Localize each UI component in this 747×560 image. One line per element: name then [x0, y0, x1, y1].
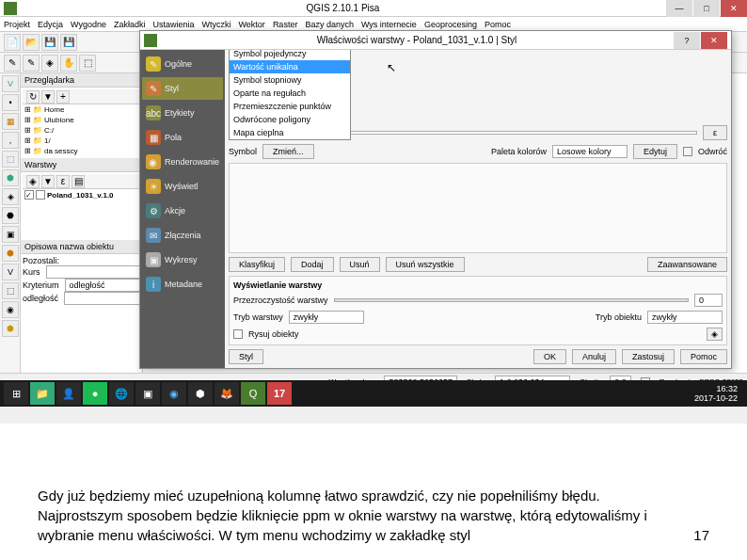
menu-wys internecie[interactable]: Wys internecie	[361, 20, 417, 29]
point-icon[interactable]: •	[2, 94, 19, 111]
sidebar-item-renderowanie[interactable]: ◉Renderowanie	[142, 151, 223, 173]
sidebar-item-styl[interactable]: ✎Styl	[142, 77, 223, 100]
raster-icon[interactable]: ▦	[2, 113, 19, 130]
browser-item[interactable]: ⊞ 📁 Home	[23, 104, 140, 115]
dropdown-item[interactable]: Odwrócone poligony	[230, 113, 350, 126]
kryterium-select[interactable]: odległość	[65, 279, 140, 292]
filter2-icon[interactable]: ▼	[41, 175, 55, 188]
csv-icon[interactable]: ,	[2, 132, 19, 149]
expr-icon[interactable]: ε	[56, 175, 70, 188]
dropdown-item[interactable]: Mapa cieplna	[230, 126, 350, 139]
rysuj-btn[interactable]: ◈	[707, 328, 723, 341]
menu-wtyczki[interactable]: Wtyczki	[202, 20, 231, 29]
browser-item[interactable]: ⊞ 📁 C:/	[23, 125, 140, 136]
style-icon[interactable]: ◈	[26, 175, 40, 188]
zaawansowane-button[interactable]: Zaawansowane	[647, 257, 727, 272]
zastosuj-button[interactable]: Zastosuj	[622, 349, 675, 364]
filter-icon[interactable]: ▼	[41, 90, 55, 104]
menu-ustawienia[interactable]: Ustawienia	[153, 20, 195, 29]
task-17-icon[interactable]: 17	[267, 382, 292, 405]
ora-icon[interactable]: ⬢	[2, 245, 19, 262]
browser-item[interactable]: ⊞ 📁 Ulubione	[23, 115, 140, 125]
task-app2-icon[interactable]: ▣	[135, 382, 160, 405]
task-firefox-icon[interactable]: 🦊	[215, 382, 239, 405]
task-app3-icon[interactable]: ◉	[162, 382, 186, 405]
transparency-slider[interactable]	[334, 298, 689, 302]
expand-icon[interactable]: ▤	[72, 175, 85, 188]
task-spotify-icon[interactable]: ●	[83, 382, 107, 405]
sidebar-item-wyświetl[interactable]: ☀Wyświetl	[142, 175, 223, 198]
menu-edycja[interactable]: Edycja	[38, 20, 63, 29]
rysuj-checkbox[interactable]	[233, 329, 243, 339]
pan-icon[interactable]: ✋	[60, 55, 77, 72]
close-button[interactable]: ✕	[721, 0, 747, 17]
tool-icon[interactable]: ⬚	[79, 55, 96, 72]
menu-zakładki[interactable]: Zakładki	[114, 20, 146, 29]
menu-wektor[interactable]: Wektor	[239, 20, 265, 29]
dialog-help-button[interactable]: ?	[674, 32, 700, 49]
task-app4-icon[interactable]: ⬢	[188, 382, 213, 405]
dialog-close-button[interactable]: ✕	[701, 32, 727, 49]
odleglosc-input[interactable]	[64, 292, 139, 305]
sidebar-item-ogólne[interactable]: ✎Ogólne	[142, 53, 223, 75]
tryb-obiektu-select[interactable]: zwykły	[647, 311, 723, 324]
pomoc-button[interactable]: Pomoc	[680, 349, 727, 364]
edit2-icon[interactable]: ✎	[23, 55, 40, 72]
system-clock[interactable]: 16:32 2017-10-22	[694, 384, 743, 403]
open-icon[interactable]: 📂	[23, 34, 40, 51]
menu-pomoc[interactable]: Pomoc	[485, 20, 511, 29]
sidebar-item-metadane[interactable]: iMetadane	[142, 273, 223, 296]
method-icon[interactable]: ⬚	[2, 282, 19, 299]
dropdown-item[interactable]: Symbol stopniowy	[230, 73, 350, 87]
tryb-select[interactable]: zwykły	[289, 311, 364, 324]
dodaj-button[interactable]: Dodaj	[291, 257, 334, 272]
task-explorer-icon[interactable]: 📁	[30, 382, 55, 405]
grass-icon[interactable]: ⬢	[2, 320, 19, 337]
refresh-icon[interactable]: ↻	[26, 90, 40, 104]
menu-wygodne[interactable]: Wygodne	[71, 20, 106, 29]
menu-bazy danych[interactable]: Bazy danych	[305, 20, 354, 29]
usun-button[interactable]: Usuń	[340, 257, 380, 272]
add-icon[interactable]: +	[56, 90, 70, 104]
sidebar-item-wykresy[interactable]: ▣Wykresy	[142, 248, 223, 271]
save-icon[interactable]: 💾	[41, 34, 58, 51]
odwroc-checkbox[interactable]	[683, 147, 692, 156]
minimize-button[interactable]: —	[666, 0, 692, 17]
klasyfikuj-button[interactable]: Klasyfikuj	[229, 257, 285, 272]
usun-wszystkie-button[interactable]: Usuń wszystkie	[386, 257, 465, 272]
anuluj-button[interactable]: Anuluj	[572, 349, 616, 364]
wms-icon[interactable]: ⬚	[2, 151, 19, 168]
paleta-select[interactable]: Losowe kolory	[552, 145, 628, 158]
expr-button[interactable]: ε	[703, 125, 727, 140]
task-chrome-icon[interactable]: 🌐	[109, 382, 134, 405]
spatial-icon[interactable]: ⬣	[2, 207, 19, 224]
classes-list[interactable]	[229, 163, 727, 253]
sidebar-item-akcje[interactable]: ⚙Akcje	[142, 200, 223, 222]
db-icon[interactable]: ⬢	[2, 169, 19, 186]
browser-item[interactable]: ⊞ 📁 da sesscy	[23, 146, 140, 156]
virtual-icon[interactable]: V	[2, 264, 19, 280]
maximize-button[interactable]: □	[693, 0, 720, 17]
task-qgis-icon[interactable]: Q	[241, 382, 265, 405]
sidebar-item-etykiety[interactable]: abcEtykiety	[142, 102, 223, 124]
saveas-icon[interactable]: 💾	[60, 34, 77, 51]
menu-raster[interactable]: Raster	[273, 20, 298, 29]
zmien-button[interactable]: Zmień...	[262, 144, 314, 159]
edit-palette-button[interactable]: Edytuj	[633, 144, 677, 159]
vector-icon[interactable]: V	[2, 75, 19, 92]
menu-geoprocesing[interactable]: Geoprocesing	[424, 20, 477, 29]
new-icon[interactable]: 📄	[4, 34, 21, 51]
browser-item[interactable]: ⊞ 📁 1/	[23, 136, 140, 146]
dropdown-item[interactable]: Symbol pojedynczy	[230, 50, 350, 60]
ok-button[interactable]: OK	[533, 349, 566, 364]
task-app1-icon[interactable]: 👤	[56, 382, 81, 405]
styl-button[interactable]: Styl	[229, 349, 263, 364]
dropdown-item[interactable]: Wartość unikalna	[230, 60, 350, 73]
layer-item[interactable]: Poland_1031_v.1.0	[23, 189, 140, 200]
start-button[interactable]: ⊞	[4, 382, 28, 405]
sidebar-item-pola[interactable]: ▦Pola	[142, 126, 223, 149]
node-icon[interactable]: ◈	[41, 55, 58, 72]
wfs-icon[interactable]: ◈	[2, 188, 19, 205]
menu-projekt[interactable]: Projekt	[4, 20, 30, 29]
sidebar-item-złączenia[interactable]: ✉Złączenia	[142, 224, 223, 247]
